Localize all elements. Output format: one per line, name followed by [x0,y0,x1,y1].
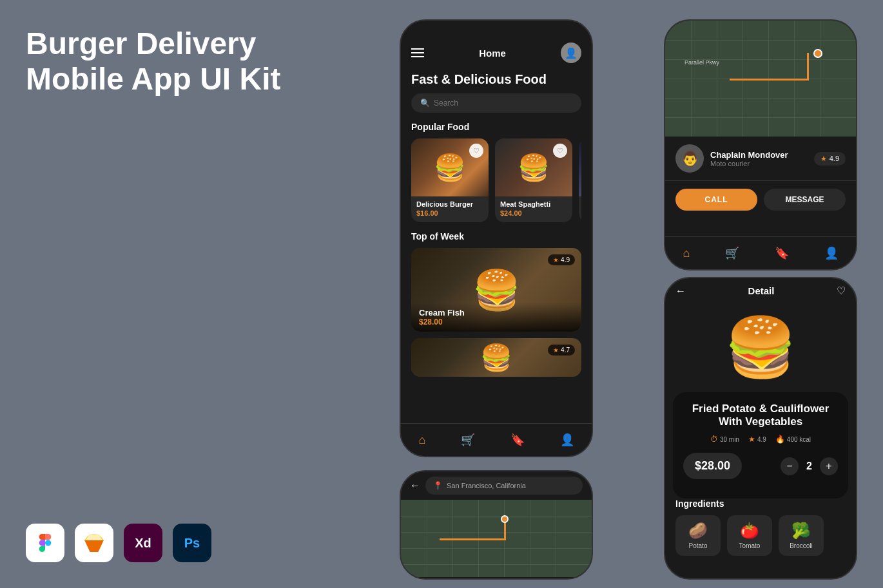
message-button[interactable]: MESSAGE [764,189,846,211]
app-title: Burger Delivery Mobile App UI Kit [26,26,335,97]
food-card-1[interactable]: 🍔 ♡ Delicious Burger $16.00 [411,138,489,222]
detail-title: Detail [748,285,775,296]
star-detail-icon: ★ [748,435,755,444]
food-price-1: $16.00 [416,209,483,217]
qty-control: − 2 + [781,457,838,475]
food-cards-row: 🍔 ♡ Delicious Burger $16.00 🍔 ♡ Meat Spa… [411,138,581,222]
top-week-name-1: Cream Fish [419,308,574,318]
food-stats: ⏱ 30 min ★ 4.9 🔥 400 kcal [683,435,838,444]
food-card-3[interactable]: 🍕 [579,138,581,222]
detail-header: ← Detail ♡ [665,278,856,302]
action-buttons: CALL MESSAGE [665,181,856,218]
map-phone: ← 📍 San Francisco, California [400,470,593,580]
star-icon-2: ★ [553,346,559,354]
qty-decrease[interactable]: − [781,457,799,475]
rating-badge-2: ★ 4.7 [548,345,575,356]
food-rating: ★ 4.9 [748,435,766,444]
food-detail-card: Fried Potato & Cauliflower With Vegetabl… [673,392,848,498]
back-button[interactable]: ← [675,285,686,297]
fire-icon: 🔥 [775,435,785,444]
favorite-button-1[interactable]: ♡ [469,144,483,158]
courier-role: Moto courier [710,160,788,167]
nav-bookmark[interactable]: 🔖 [505,430,530,450]
food-name-2: Meat Spaghetti [500,200,567,208]
top-week-price-1: $28.00 [419,318,574,327]
food-time: ⏱ 30 min [710,435,739,444]
cnav-cart[interactable]: 🛒 [720,243,744,263]
mini-map [401,500,592,577]
phone-notch [464,21,529,36]
tool-icons: Xd Ps [26,524,211,562]
ingredients-title: Ingredients [675,498,846,509]
food-name-1: Delicious Burger [416,200,483,208]
main-phone: Home 👤 Fast & Delicious Food 🔍 Popular F… [400,19,593,457]
ps-icon: Ps [173,524,211,562]
cnav-home[interactable]: ⌂ [677,244,695,263]
menu-button[interactable] [411,48,424,57]
qty-increase[interactable]: + [820,457,838,475]
food-detail-image: 🍔 [696,302,825,392]
courier-info: 👨 Chaplain Mondover Moto courier ★ 4.9 [665,137,856,181]
map-area: Parallel Pkwy [665,21,856,137]
xd-icon: Xd [124,524,162,562]
popular-section-title: Popular Food [411,122,581,132]
price-qty-row: $28.00 − 2 + [683,453,838,479]
call-button[interactable]: CALL [675,189,757,211]
food-detail-name: Fried Potato & Cauliflower With Vegetabl… [683,403,838,428]
nav-cart[interactable]: 🛒 [456,430,480,450]
food-price-2: $24.00 [500,209,567,217]
qty-number: 2 [806,460,812,472]
location-bar: 📍 San Francisco, California [425,477,583,495]
broccoli-icon: 🥦 [791,522,811,540]
avatar[interactable]: 👤 [561,43,581,63]
cnav-profile[interactable]: 👤 [819,243,844,263]
rating-star-icon: ★ [820,155,827,163]
ingredients-section: Ingredients 🥔 Potato 🍅 Tomato 🥦 Broccoli [665,498,856,556]
ingredients-row: 🥔 Potato 🍅 Tomato 🥦 Broccoli [675,515,846,556]
sketch-icon [75,524,113,562]
map-back-button[interactable]: ← [410,480,420,491]
bottom-nav: ⌂ 🛒 🔖 👤 [401,423,592,456]
courier-bottom-nav: ⌂ 🛒 🔖 👤 [665,236,856,269]
ingredient-broccoli: 🥦 Broccoli [779,515,824,556]
courier-phone: Parallel Pkwy 👨 Chaplain Mondover Moto c… [664,19,857,270]
potato-icon: 🥔 [688,522,708,540]
clock-icon: ⏱ [710,435,718,444]
search-input[interactable] [434,99,572,108]
food-card-2[interactable]: 🍔 ♡ Meat Spaghetti $24.00 [495,138,572,222]
tomato-icon: 🍅 [740,522,759,540]
favorite-button-2[interactable]: ♡ [553,144,567,158]
cnav-bookmark[interactable]: 🔖 [770,243,794,263]
search-bar[interactable]: 🔍 [411,93,581,113]
map-phone-header: ← 📍 San Francisco, California [401,471,592,500]
ingredient-tomato: 🍅 Tomato [727,515,772,556]
map-label: Parallel Pkwy [684,59,719,66]
top-week-section-title: Top of Week [411,231,581,242]
ingredient-potato: 🥔 Potato [675,515,721,556]
top-week-card-2[interactable]: 🍔 ★ 4.7 [411,338,581,377]
detail-phone: ← Detail ♡ 🍔 Fried Potato & Cauliflower … [664,277,857,580]
price-tag: $28.00 [683,453,742,479]
star-icon: ★ [553,256,559,263]
courier-name: Chaplain Mondover [710,150,788,160]
app-header: Home 👤 [411,36,581,68]
food-kcal: 🔥 400 kcal [775,435,811,444]
search-icon: 🔍 [420,99,430,108]
nav-profile[interactable]: 👤 [555,430,579,450]
rating-badge-1: ★ 4.9 [548,254,575,265]
courier-avatar: 👨 [675,144,704,173]
top-week-card-1[interactable]: 🍔 ★ 4.9 Cream Fish $28.00 [411,248,581,332]
hero-title: Fast & Delicious Food [411,72,581,87]
nav-home[interactable]: ⌂ [413,431,431,450]
header-title: Home [479,48,506,59]
location-icon: 📍 [433,481,443,490]
heart-button[interactable]: ♡ [837,285,846,297]
map-route-dot [501,515,509,523]
courier-rating: ★ 4.9 [814,152,846,166]
figma-icon [26,524,64,562]
